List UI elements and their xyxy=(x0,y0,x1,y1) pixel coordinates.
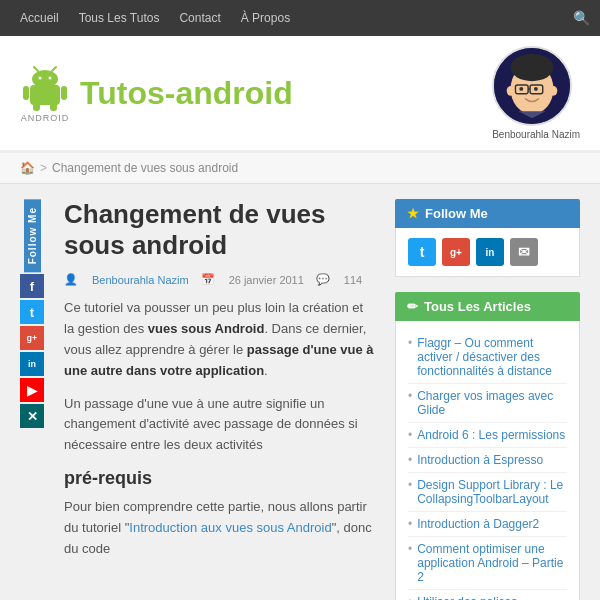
articles-widget-header: ✏ Tous Les Articles xyxy=(395,292,580,321)
svg-point-16 xyxy=(520,87,524,91)
svg-point-17 xyxy=(534,87,538,91)
avatar-svg xyxy=(494,47,570,125)
list-item[interactable]: Flaggr – Ou comment activer / désactiver… xyxy=(408,331,567,384)
article-author[interactable]: Benbourahla Nazim xyxy=(92,274,189,286)
star-icon: ★ xyxy=(407,206,419,221)
articles-widget-title: Tous Les Articles xyxy=(424,299,531,314)
avatar-area: Benbourahla Nazim xyxy=(492,46,580,140)
articles-list: Flaggr – Ou comment activer / désactiver… xyxy=(408,331,567,600)
android-icon-svg xyxy=(20,63,70,113)
svg-line-4 xyxy=(34,67,38,71)
nav-tutos[interactable]: Tous Les Tutos xyxy=(69,0,170,36)
avatar-circle xyxy=(492,46,572,126)
svg-rect-7 xyxy=(61,86,67,100)
android-logo: ANDROID xyxy=(20,63,70,123)
main-layout: Follow Me f t g+ in ▶ ✕ Changement de vu… xyxy=(0,184,600,600)
list-item[interactable]: Charger vos images avec Glide xyxy=(408,384,567,423)
list-item[interactable]: Utiliser des polices personnalisées xyxy=(408,590,567,600)
nav-bar: Accueil Tous Les Tutos Contact À Propos … xyxy=(0,0,600,36)
android-text: ANDROID xyxy=(21,113,70,123)
facebook-social-btn[interactable]: f xyxy=(20,274,44,298)
list-item[interactable]: Introduction à Espresso xyxy=(408,448,567,473)
email-follow-icon[interactable]: ✉ xyxy=(510,238,538,266)
follow-widget-body: t g+ in ✉ xyxy=(395,228,580,277)
xing-social-btn[interactable]: ✕ xyxy=(20,404,44,428)
comments-icon: 💬 xyxy=(316,273,330,286)
svg-point-2 xyxy=(39,77,42,80)
googleplus-social-btn[interactable]: g+ xyxy=(20,326,44,350)
pencil-icon: ✏ xyxy=(407,299,418,314)
follow-me-label: Follow Me xyxy=(24,199,41,272)
article-comments: 114 xyxy=(344,274,362,286)
logo-area: ANDROID Tutos-android xyxy=(20,63,293,123)
breadcrumb-separator: > xyxy=(40,161,47,175)
list-item[interactable]: Comment optimiser une application Androi… xyxy=(408,537,567,590)
article-body-3: Pour bien comprendre cette partie, nous … xyxy=(64,497,375,559)
article-body-2: Un passage d'une vue à une autre signifi… xyxy=(64,394,375,456)
follow-widget: ★ Follow Me t g+ in ✉ xyxy=(395,199,580,277)
svg-point-1 xyxy=(32,70,58,88)
nav-apropos[interactable]: À Propos xyxy=(231,0,300,36)
youtube-social-btn[interactable]: ▶ xyxy=(20,378,44,402)
svg-point-19 xyxy=(550,86,558,96)
social-sidebar: Follow Me f t g+ in ▶ ✕ xyxy=(20,199,44,600)
site-title[interactable]: Tutos-android xyxy=(80,75,293,112)
date-icon: 📅 xyxy=(201,273,215,286)
linkedin-follow-icon[interactable]: in xyxy=(476,238,504,266)
breadcrumb-current: Changement de vues sous android xyxy=(52,161,238,175)
article-date: 26 janvier 2011 xyxy=(229,274,304,286)
follow-widget-header: ★ Follow Me xyxy=(395,199,580,228)
nav-accueil[interactable]: Accueil xyxy=(10,0,69,36)
article-title: Changement de vues sous android xyxy=(64,199,375,261)
list-item[interactable]: Introduction à Dagger2 xyxy=(408,512,567,537)
svg-rect-6 xyxy=(23,86,29,100)
follow-widget-title: Follow Me xyxy=(425,206,488,221)
author-icon: 👤 xyxy=(64,273,78,286)
svg-point-3 xyxy=(49,77,52,80)
list-item[interactable]: Android 6 : Les permissions xyxy=(408,423,567,448)
search-icon[interactable]: 🔍 xyxy=(573,10,590,26)
svg-point-12 xyxy=(511,54,554,81)
svg-line-5 xyxy=(52,67,56,71)
articles-widget-body: Flaggr – Ou comment activer / désactiver… xyxy=(395,321,580,600)
follow-icons-row: t g+ in ✉ xyxy=(408,238,567,266)
linkedin-social-btn[interactable]: in xyxy=(20,352,44,376)
svg-point-18 xyxy=(507,86,515,96)
content-area: Changement de vues sous android 👤 Benbou… xyxy=(64,199,375,600)
sidebar: ★ Follow Me t g+ in ✉ ✏ Tous Les Article… xyxy=(395,199,580,600)
twitter-social-btn[interactable]: t xyxy=(20,300,44,324)
googleplus-follow-icon[interactable]: g+ xyxy=(442,238,470,266)
article-body-1: Ce tutoriel va pousser un peu plus loin … xyxy=(64,298,375,381)
section-prereq-title: pré-requis xyxy=(64,468,375,489)
breadcrumb-home-icon[interactable]: 🏠 xyxy=(20,161,35,175)
twitter-follow-icon[interactable]: t xyxy=(408,238,436,266)
site-header: ANDROID Tutos-android xyxy=(0,36,600,153)
articles-widget: ✏ Tous Les Articles Flaggr – Ou comment … xyxy=(395,292,580,600)
article-meta: 👤 Benbourahla Nazim 📅 26 janvier 2011 💬 … xyxy=(64,273,375,286)
list-item[interactable]: Design Support Library : Le CollapsingTo… xyxy=(408,473,567,512)
intro-link[interactable]: Introduction aux vues sous Android xyxy=(129,520,331,535)
avatar-name: Benbourahla Nazim xyxy=(492,129,580,140)
svg-rect-8 xyxy=(33,103,40,111)
breadcrumb: 🏠 > Changement de vues sous android xyxy=(0,153,600,184)
svg-rect-9 xyxy=(50,103,57,111)
nav-contact[interactable]: Contact xyxy=(169,0,230,36)
